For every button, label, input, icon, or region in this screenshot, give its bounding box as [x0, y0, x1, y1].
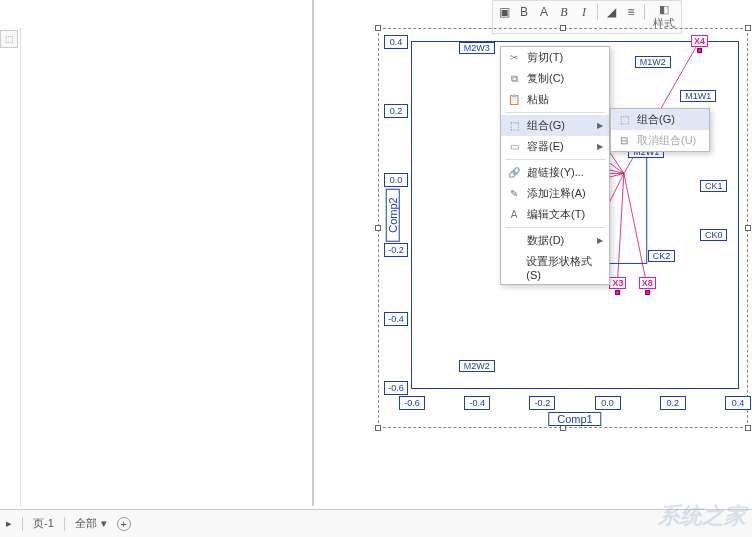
- add-page-button[interactable]: +: [117, 517, 131, 531]
- menu-icon: ⧉: [507, 72, 521, 86]
- menu-icon: 🔗: [507, 166, 521, 180]
- y-axis-label: Comp2: [386, 188, 400, 241]
- menu-icon: [507, 261, 520, 275]
- status-bar: ▸ 页-1 全部▾ +: [0, 509, 752, 537]
- resize-handle[interactable]: [375, 425, 381, 431]
- bold-icon[interactable]: B: [555, 3, 573, 21]
- x-tick: 0.0: [595, 396, 621, 410]
- cluster-label[interactable]: CK2: [648, 250, 676, 262]
- data-point[interactable]: [697, 48, 702, 53]
- ruler-corner-icon[interactable]: ⬚: [0, 30, 18, 48]
- menu-item[interactable]: 数据(D)▶: [501, 230, 609, 251]
- menu-icon: ⬚: [507, 119, 521, 133]
- nav-arrow-icon[interactable]: ▸: [6, 517, 12, 530]
- x-tick: 0.2: [660, 396, 686, 410]
- cluster-label[interactable]: CK1: [700, 180, 728, 192]
- italic-icon[interactable]: I: [575, 3, 593, 21]
- data-point[interactable]: [645, 290, 650, 295]
- cluster-label[interactable]: M2W2: [459, 360, 495, 372]
- menu-icon: 📋: [507, 93, 521, 107]
- menu-icon: ▭: [507, 140, 521, 154]
- page-canvas[interactable]: [20, 28, 310, 506]
- svg-line-2: [617, 173, 624, 284]
- submenu-item: ⊟取消组合(U): [611, 130, 709, 151]
- menu-icon: ⬚: [617, 113, 631, 127]
- context-submenu: ⬚组合(G)⊟取消组合(U): [610, 108, 710, 152]
- chevron-right-icon: ▶: [597, 236, 603, 245]
- menu-item[interactable]: A编辑文本(T): [501, 204, 609, 225]
- menu-icon: ✎: [507, 187, 521, 201]
- toolbar-separator: [597, 4, 598, 20]
- menu-item[interactable]: ✎添加注释(A): [501, 183, 609, 204]
- all-pages-button[interactable]: 全部▾: [75, 516, 107, 531]
- menu-item[interactable]: ▭容器(E)▶: [501, 136, 609, 157]
- cluster-label[interactable]: M1W2: [635, 56, 671, 68]
- page-divider: [312, 0, 314, 506]
- chevron-right-icon: ▶: [597, 121, 603, 130]
- resize-handle[interactable]: [375, 225, 381, 231]
- resize-handle[interactable]: [745, 225, 751, 231]
- statusbar-separator: [64, 517, 65, 531]
- statusbar-separator: [22, 517, 23, 531]
- data-point-label[interactable]: X8: [639, 277, 656, 289]
- menu-item[interactable]: ⬚组合(G)▶: [501, 115, 609, 136]
- toolbar-separator: [644, 4, 645, 20]
- resize-handle[interactable]: [375, 25, 381, 31]
- x-tick: 0.4: [725, 396, 751, 410]
- font-a2-icon[interactable]: A: [535, 3, 553, 21]
- font-a-icon[interactable]: B: [515, 3, 533, 21]
- menu-item[interactable]: 📋粘贴: [501, 89, 609, 110]
- y-tick: 0.0: [384, 173, 408, 187]
- submenu-item[interactable]: ⬚组合(G): [611, 109, 709, 130]
- menu-icon: [507, 234, 521, 248]
- cluster-label[interactable]: M1W1: [680, 90, 716, 102]
- page-tab[interactable]: 页-1: [33, 516, 54, 531]
- y-tick: 0.2: [384, 104, 408, 118]
- fill-color-icon[interactable]: ▣: [495, 3, 513, 21]
- svg-line-7: [624, 173, 647, 284]
- resize-handle[interactable]: [745, 25, 751, 31]
- style-button[interactable]: ◧样式: [649, 3, 679, 31]
- menu-item[interactable]: 🔗超链接(Y)...: [501, 162, 609, 183]
- menu-item[interactable]: ⧉复制(C): [501, 68, 609, 89]
- resize-handle[interactable]: [560, 25, 566, 31]
- menu-item[interactable]: 设置形状格式(S): [501, 251, 609, 284]
- y-tick: -0.4: [384, 312, 408, 326]
- x-axis-label: Comp1: [548, 412, 601, 426]
- x-tick: -0.4: [464, 396, 490, 410]
- chevron-right-icon: ▶: [597, 142, 603, 151]
- menu-icon: ✂: [507, 51, 521, 65]
- data-point-label[interactable]: X3: [609, 277, 626, 289]
- cluster-label[interactable]: CK0: [700, 229, 728, 241]
- x-tick: -0.2: [529, 396, 555, 410]
- resize-handle[interactable]: [745, 425, 751, 431]
- y-tick: -0.6: [384, 381, 408, 395]
- menu-icon: ⊟: [617, 134, 631, 148]
- x-tick: -0.6: [399, 396, 425, 410]
- menu-icon: A: [507, 208, 521, 222]
- menu-item[interactable]: ✂剪切(T): [501, 47, 609, 68]
- line-style-icon[interactable]: ≡: [622, 3, 640, 21]
- y-tick: -0.2: [384, 243, 408, 257]
- data-point[interactable]: [615, 290, 620, 295]
- color-picker-icon[interactable]: ◢: [602, 3, 620, 21]
- data-point-label[interactable]: X4: [691, 35, 708, 47]
- y-tick: 0.4: [384, 35, 408, 49]
- cluster-label[interactable]: M2W3: [459, 42, 495, 54]
- context-menu: ✂剪切(T)⧉复制(C)📋粘贴⬚组合(G)▶▭容器(E)▶🔗超链接(Y)...✎…: [500, 46, 610, 285]
